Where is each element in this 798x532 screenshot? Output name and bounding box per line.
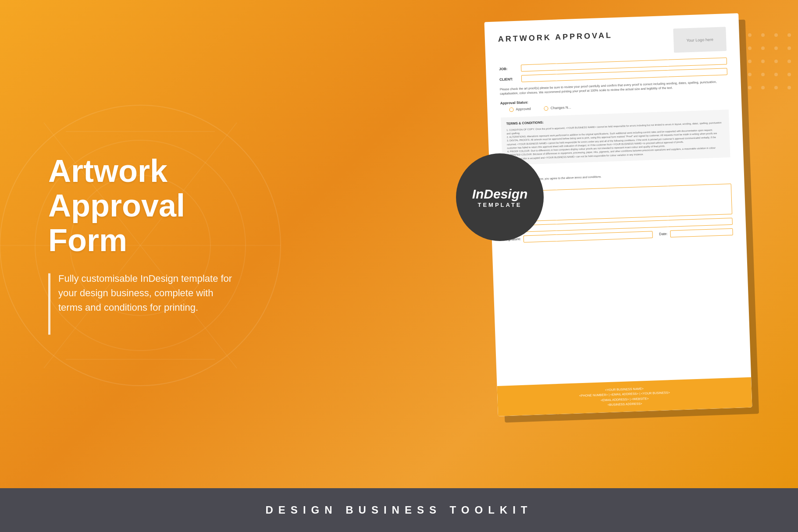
date-group: Date: (659, 228, 733, 238)
svg-point-19 (787, 46, 791, 50)
svg-point-11 (748, 33, 752, 37)
svg-point-24 (787, 60, 791, 63)
date-input (670, 228, 733, 238)
template-label: TEMPLATE (477, 202, 522, 208)
svg-point-16 (748, 46, 752, 50)
svg-point-14 (787, 33, 791, 37)
changes-label: Changes N... (551, 106, 571, 110)
approval-section: Approval Status: Approved Changes N... (500, 93, 729, 112)
accent-divider (48, 273, 50, 334)
svg-point-23 (774, 60, 778, 63)
changes-option: Changes N... (544, 105, 571, 110)
svg-point-33 (774, 86, 778, 89)
changes-radio (544, 106, 549, 110)
subtitle-block: Fully customisable InDesign template for… (48, 271, 259, 334)
indesign-brand: InDesign (472, 187, 528, 202)
svg-point-22 (761, 60, 765, 63)
svg-point-21 (748, 60, 752, 63)
approved-option: Approved (509, 106, 531, 112)
footer-business-info: <YOUR BUSINESS NAME> <PHONE NUMBER> | <E… (510, 383, 739, 411)
document-title: ARTWORK APPROVAL (498, 31, 613, 44)
main-title: Artwork Approval Form (48, 154, 259, 258)
svg-point-26 (748, 73, 752, 76)
main-background: Artwork Approval Form Fully customisable… (0, 0, 798, 488)
svg-point-27 (761, 73, 765, 76)
date-label: Date: (659, 232, 667, 236)
bottom-bar: DESIGN BUSINESS TOOLKIT (0, 488, 798, 532)
job-label: JOB: (499, 66, 521, 71)
svg-point-34 (787, 86, 791, 89)
bottom-bar-text: DESIGN BUSINESS TOOLKIT (266, 504, 533, 516)
signature-group: Signature: (505, 231, 653, 243)
indesign-badge: InDesign TEMPLATE (456, 153, 544, 241)
svg-point-12 (761, 33, 765, 37)
svg-point-13 (774, 33, 778, 37)
logo-placeholder: Your Logo here (673, 27, 727, 53)
signature-input (524, 231, 653, 242)
svg-point-29 (787, 73, 791, 76)
approved-label: Approved (516, 107, 531, 111)
terms-section: TERMS & CONDITIONS: 1. CONDITION OF COPY… (501, 110, 730, 165)
subtitle-text: Fully customisable InDesign template for… (58, 271, 234, 314)
instruction-text: Please check the art proof(s) please be … (500, 79, 728, 96)
svg-point-17 (761, 46, 765, 50)
approved-radio (509, 107, 513, 112)
svg-point-18 (774, 46, 778, 50)
client-label: CLIENT: (499, 77, 521, 82)
doc-title-block: ARTWORK APPROVAL (498, 31, 613, 44)
svg-point-28 (774, 73, 778, 76)
left-content: Artwork Approval Form Fully customisable… (48, 154, 259, 335)
terms-text: 1. CONDITION OF COPY: Once the proof is … (506, 121, 725, 161)
svg-point-32 (761, 86, 765, 89)
svg-point-31 (748, 86, 752, 89)
